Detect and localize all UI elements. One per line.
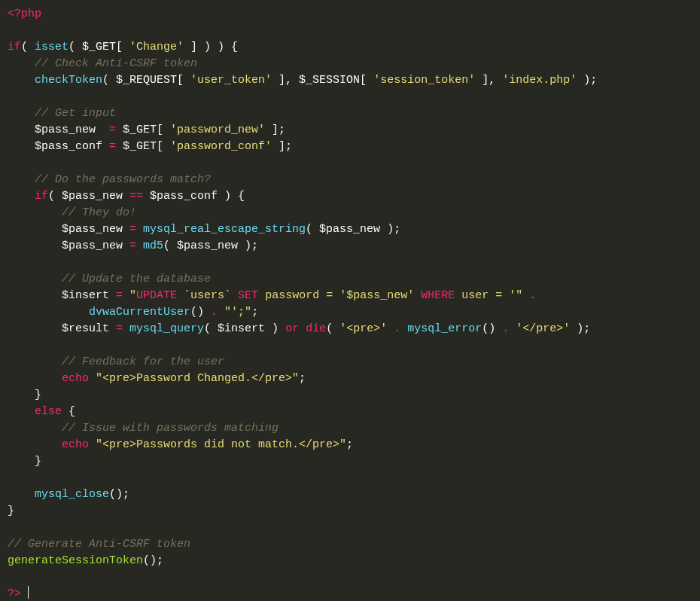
- code-line: // Update the database: [8, 273, 211, 285]
- code-token: $pass_conf: [8, 140, 109, 153]
- code-line: // Generate Anti-CSRF token: [8, 538, 190, 551]
- code-token: =: [109, 140, 116, 153]
- code-token: }: [8, 455, 41, 468]
- code-line: }: [8, 455, 41, 468]
- code-token: ();: [109, 488, 129, 501]
- code-token: ?>: [8, 587, 21, 600]
- code-token: }: [8, 505, 14, 517]
- code-line: }: [8, 389, 41, 401]
- code-token: [8, 405, 35, 418]
- code-line: $pass_new = mysql_real_escape_string( $p…: [8, 223, 400, 236]
- code-line: $pass_new = md5( $pass_new );: [8, 239, 258, 252]
- code-line: }: [8, 505, 14, 517]
- code-token: "<pre>Passwords did not match.</pre>": [96, 438, 346, 451]
- code-token: .: [211, 306, 218, 319]
- code-token: ;: [346, 438, 353, 451]
- code-token: [8, 74, 35, 87]
- code-token: ==: [129, 190, 143, 203]
- code-token: // They do!: [62, 206, 136, 219]
- code-token: [21, 587, 28, 600]
- code-line: echo "<pre>Passwords did not match.</pre…: [8, 438, 353, 451]
- code-token: $pass_new: [8, 124, 109, 136]
- code-token: dvwaCurrentUser: [89, 306, 190, 319]
- code-token: $_GET[: [116, 140, 170, 153]
- code-line: // They do!: [8, 206, 136, 219]
- code-line: // Do the passwords match?: [8, 173, 211, 186]
- code-token: (: [326, 322, 339, 335]
- code-token: [8, 173, 35, 186]
- code-token: if: [8, 41, 21, 53]
- code-token: ;: [251, 306, 258, 319]
- code-line: ?>: [8, 587, 29, 600]
- code-token: mysql_error: [407, 322, 482, 335]
- code-token: // Get input: [35, 107, 116, 120]
- code-token: [8, 57, 35, 70]
- code-token: if: [35, 190, 48, 203]
- code-token: );: [577, 74, 597, 87]
- code-token: [8, 273, 62, 285]
- code-token: [8, 438, 62, 451]
- code-token: [136, 223, 143, 236]
- code-token: "';": [224, 306, 251, 319]
- code-token: isset: [35, 41, 68, 53]
- code-line: mysql_close();: [8, 488, 129, 501]
- code-token: "<pre>Password Changed.</pre>": [96, 372, 299, 385]
- code-line: else {: [8, 405, 75, 418]
- code-token: or: [285, 322, 299, 335]
- sql-keyword: SET: [238, 289, 258, 302]
- code-token: echo: [62, 372, 89, 385]
- code-editor[interactable]: <?php if( isset( $_GET[ 'Change' ] ) ) {…: [0, 0, 700, 601]
- code-token: [8, 372, 62, 385]
- code-token: $pass_new: [8, 223, 129, 236]
- code-line: $pass_conf = $_GET[ 'password_conf' ];: [8, 140, 292, 153]
- code-token: [89, 438, 96, 451]
- code-token: ];: [272, 140, 292, 153]
- code-token: ];: [265, 124, 285, 136]
- code-token: ], $_SESSION[: [272, 74, 373, 87]
- code-token: echo: [62, 438, 89, 451]
- code-line: $insert = "UPDATE `users` SET password =…: [8, 289, 543, 302]
- code-line: if( isset( $_GET[ 'Change' ] ) ) {: [8, 41, 238, 53]
- sql-keyword: WHERE: [421, 289, 455, 302]
- code-token: // Feedback for the user: [62, 355, 224, 368]
- code-token: .: [502, 322, 509, 335]
- code-token: [387, 322, 394, 335]
- code-token: ( $_GET[: [68, 41, 129, 53]
- code-token: // Do the passwords match?: [35, 173, 211, 186]
- code-token: // Check Anti-CSRF token: [35, 57, 197, 70]
- code-token: 'index.php': [502, 74, 577, 87]
- code-token: // Generate Anti-CSRF token: [8, 538, 190, 551]
- code-token: =: [129, 239, 136, 252]
- code-token: $_GET[: [116, 124, 170, 136]
- code-token: '</pre>': [516, 322, 570, 335]
- code-line: // Feedback for the user: [8, 355, 224, 368]
- code-token: (: [21, 41, 35, 53]
- code-token: [8, 355, 62, 368]
- code-token: [8, 488, 35, 501]
- code-token: }: [8, 389, 41, 401]
- code-token: [400, 322, 407, 335]
- code-token: );: [570, 322, 590, 335]
- code-token: $insert: [8, 289, 116, 302]
- code-token: // Issue with passwords matching: [62, 422, 278, 435]
- code-token: ( $pass_new );: [163, 239, 258, 252]
- code-token: =: [129, 223, 136, 236]
- code-line: echo "<pre>Password Changed.</pre>";: [8, 372, 306, 385]
- code-token: =: [116, 289, 123, 302]
- code-token: .: [529, 289, 536, 302]
- code-token: =: [116, 322, 123, 335]
- code-token: <?php: [8, 8, 41, 20]
- code-line: // Get input: [8, 107, 116, 120]
- code-line: // Check Anti-CSRF token: [8, 57, 197, 70]
- code-line: dvwaCurrentUser() . "';";: [8, 306, 258, 319]
- code-token: $pass_conf ) {: [143, 190, 245, 203]
- code-line: $pass_new = $_GET[ 'password_new' ];: [8, 124, 285, 136]
- code-token: mysql_close: [35, 488, 109, 501]
- code-token: ( $pass_new: [48, 190, 129, 203]
- code-token: [123, 322, 129, 335]
- code-line: if( $pass_new == $pass_conf ) {: [8, 190, 245, 203]
- sql-keyword: UPDATE: [136, 289, 177, 302]
- code-token: [8, 422, 62, 435]
- code-token: [8, 107, 35, 120]
- code-token: mysql_real_escape_string: [143, 223, 306, 236]
